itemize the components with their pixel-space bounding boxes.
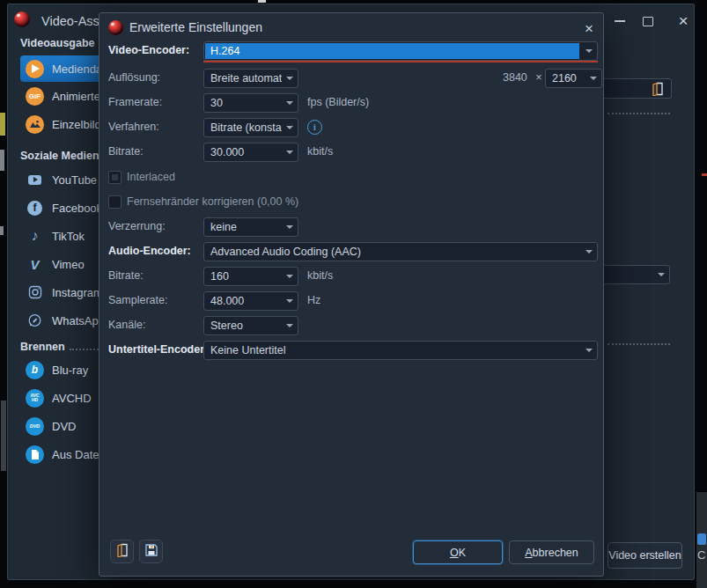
select-value: Keine Untertitel [204, 344, 581, 356]
aufloesung-select[interactable]: Breite automatisch [203, 69, 298, 88]
chevron-down-icon [581, 349, 597, 352]
sidebar-item-avchd[interactable]: AVCHD AVCHD [20, 385, 92, 411]
verfahren-select[interactable]: Bitrate (konstant) [203, 118, 298, 137]
verzerrung-label: Verzerrung: [108, 220, 166, 232]
verzerrung-select[interactable]: keine [203, 217, 298, 237]
media-file-icon [26, 60, 44, 78]
sidebar-item-tiktok[interactable]: ♪ TikTok [20, 223, 85, 249]
ok-button[interactable]: OK [413, 540, 503, 564]
dialog-close-button[interactable]: × [577, 18, 601, 40]
sidebar-section-brennen: Brennen [20, 339, 106, 353]
audio-encoder-select[interactable]: Advanced Audio Coding (AAC) [203, 242, 598, 261]
file-icon [26, 445, 44, 464]
minimize-icon [615, 20, 625, 22]
sidebar-item-label: WhatsApp [52, 314, 105, 327]
maximize-button[interactable] [637, 11, 659, 31]
bitrate-audio-select[interactable]: 160 [203, 267, 298, 286]
sidebar-item-label: Aus Datei [52, 448, 101, 461]
aufloesung-label: Auflösung: [108, 71, 160, 84]
bluray-icon: b [26, 361, 44, 379]
dialog-logo-icon [108, 20, 123, 35]
video-encoder-label: Video-Encoder: [108, 44, 189, 56]
sidebar-item-dvd[interactable]: DVD DVD [20, 413, 76, 439]
samplerate-select[interactable]: 48.000 [203, 291, 298, 311]
desktop-fragment [258, 0, 266, 3]
load-preset-button[interactable] [110, 540, 134, 563]
minimize-button[interactable] [609, 11, 630, 31]
button-label: OK [450, 547, 466, 559]
sidebar-item-instagram[interactable]: Instagram [20, 279, 103, 305]
bitrate-video-unit: kbit/s [307, 145, 333, 158]
select-value: Breite automatisch [204, 72, 282, 85]
sidebar-section-videoausgabe: Videoausgabe [20, 35, 106, 49]
chevron-down-icon [581, 49, 597, 53]
kanaele-select[interactable]: Stereo [203, 316, 298, 335]
video-erstellen-button[interactable]: Video erstellen [608, 542, 682, 569]
maximize-icon [643, 17, 653, 26]
cancel-button[interactable]: Abbrechen [509, 540, 594, 564]
avchd-icon: AVCHD [26, 389, 44, 408]
sidebar-item-whatsapp[interactable]: WhatsApp [20, 307, 105, 334]
sidebar-item-label: Instagram [52, 286, 103, 299]
instagram-icon [26, 283, 44, 302]
chevron-down-icon [585, 77, 601, 80]
interlaced-label: Interlaced [127, 171, 175, 183]
samplerate-unit: Hz [307, 294, 320, 306]
image-icon [26, 115, 44, 134]
bitrate-audio-label: Bitrate: [108, 269, 144, 282]
sidebar-item-label: Vimeo [52, 258, 85, 271]
sidebar-item-facebook[interactable]: f Facebook [20, 195, 102, 221]
section-label: Videoausgabe [20, 37, 95, 49]
sidebar-item-aus-datei[interactable]: Aus Datei [20, 441, 101, 467]
background-icon [697, 533, 706, 545]
app-logo-icon [14, 11, 30, 27]
fernsehraender-label: Fernsehränder korrigieren (0,00 %) [127, 195, 298, 208]
chevron-down-icon [282, 225, 298, 229]
resolution-width-value: 3840 × [503, 71, 542, 84]
sidebar-item-vimeo[interactable]: V Vimeo [20, 251, 85, 277]
desktop-fragment [0, 150, 4, 171]
select-value: H.264 [210, 45, 239, 57]
sidebar-item-youtube[interactable]: YouTube [20, 166, 97, 193]
close-icon: × [678, 12, 688, 29]
whatsapp-icon [26, 312, 44, 330]
interlaced-checkbox[interactable] [108, 171, 122, 184]
save-preset-button[interactable] [139, 540, 163, 563]
select-value: 30 [204, 97, 282, 109]
sidebar-item-mediendatei[interactable]: Mediendatei [20, 55, 107, 82]
select-value: 48.000 [204, 295, 282, 307]
sidebar-item-label: AVCHD [52, 392, 92, 405]
dialog-title: Erweiterte Einstellungen [129, 20, 262, 34]
untertitel-encoder-select[interactable]: Keine Untertitel [203, 341, 598, 360]
sidebar-item-label: DVD [52, 420, 76, 433]
close-window-button[interactable]: × [672, 10, 695, 31]
verfahren-label: Verfahren: [108, 121, 159, 133]
dotted-divider [608, 343, 670, 345]
chevron-down-icon [282, 101, 298, 105]
bitrate-video-select[interactable]: 30.000 [203, 143, 298, 162]
sidebar-item-bluray[interactable]: b Blu-ray [20, 356, 88, 383]
focus-underline [203, 61, 598, 62]
info-icon[interactable]: i [307, 120, 322, 135]
sidebar-item-label: Facebook [52, 202, 102, 215]
desktop-fragment [0, 226, 4, 235]
desktop-fragment [0, 113, 5, 136]
save-icon [144, 543, 158, 561]
chevron-down-icon [282, 299, 298, 303]
sidebar-item-label: TikTok [52, 230, 85, 243]
vimeo-icon: V [26, 255, 44, 274]
browse-file-icon[interactable] [651, 82, 664, 99]
section-label: Soziale Medien [20, 150, 99, 162]
facebook-icon: f [26, 199, 44, 217]
dotted-divider [608, 113, 670, 114]
framerate-select[interactable]: 30 [203, 93, 298, 113]
sidebar-item-einzelbilder[interactable]: Einzelbilder [20, 111, 111, 137]
chevron-down-icon [282, 151, 298, 154]
kanaele-label: Kanäle: [108, 319, 145, 331]
resolution-height-select[interactable]: 2160 [545, 69, 602, 88]
framerate-unit: fps (Bilder/s) [307, 96, 369, 108]
fernsehraender-checkbox[interactable] [108, 195, 122, 209]
chevron-down-icon [282, 324, 298, 327]
video-encoder-select[interactable]: H.264 [203, 41, 598, 61]
bitrate-video-label: Bitrate: [108, 145, 144, 158]
